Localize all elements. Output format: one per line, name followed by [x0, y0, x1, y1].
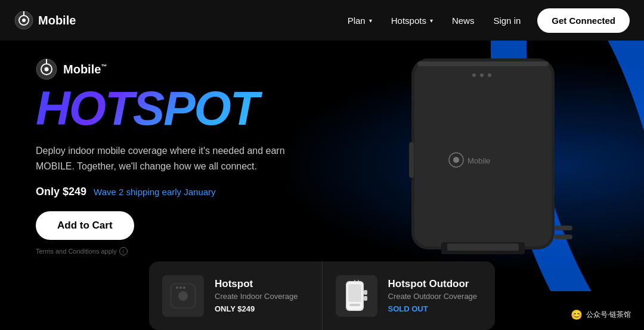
terms-label: Terms and Conditions apply: [36, 248, 117, 255]
hotspot-outdoor-card-info: Hotspot Outdoor Create Outdoor Coverage …: [388, 278, 478, 313]
hero-title: HOTSPOT: [36, 85, 286, 132]
hotspot-outdoor-card-title: Hotspot Outdoor: [388, 278, 478, 290]
nav-logo-text: Mobile: [38, 14, 76, 27]
svg-rect-31: [348, 284, 361, 302]
hotspot-card-image: [162, 275, 204, 317]
svg-point-9: [480, 73, 484, 77]
add-to-cart-button[interactable]: Add to Cart: [36, 211, 134, 240]
nav-hotspots[interactable]: Hotspots ▾: [384, 11, 440, 30]
svg-rect-16: [409, 142, 414, 178]
nav-logo[interactable]: Mobile: [14, 11, 76, 30]
svg-rect-17: [555, 226, 572, 230]
hotspot-outdoor-sold-out: SOLD OUT: [388, 304, 478, 313]
hero-content: Mobile™ HOTSPOT Deploy indoor mobile cov…: [36, 58, 286, 255]
svg-point-12: [453, 157, 459, 163]
nav-plan[interactable]: Plan ▾: [340, 11, 379, 30]
svg-rect-6: [414, 61, 552, 246]
watermark-text: 公众号·链茶馆: [586, 310, 631, 320]
sign-in-link[interactable]: Sign in: [486, 11, 528, 30]
svg-rect-18: [555, 235, 572, 239]
hotspot-card-subtitle: Create Indoor Coverage: [215, 292, 298, 301]
svg-rect-7: [417, 61, 549, 66]
price-row: Only $249 Wave 2 shipping early January: [36, 186, 286, 198]
svg-text:Mobile: Mobile: [467, 156, 490, 165]
hero-section: Mobile Mobile™ HOTSPOT Deploy indoor mob…: [0, 41, 644, 291]
nav-links: Plan ▾ Hotspots ▾ News Sign in Get Conne…: [340, 8, 630, 33]
nav-news[interactable]: News: [445, 11, 482, 30]
hotspot-card[interactable]: Hotspot Create Indoor Coverage ONLY $249: [149, 261, 323, 330]
svg-point-10: [488, 73, 491, 77]
hotspot-card-price: ONLY $249: [215, 304, 298, 313]
hotspots-chevron-icon: ▾: [430, 17, 433, 24]
svg-rect-35: [364, 290, 367, 295]
wave-shipping-link[interactable]: Wave 2 shipping early January: [94, 187, 216, 197]
svg-point-21: [45, 67, 49, 72]
terms-row: Terms and Conditions apply i: [36, 247, 286, 255]
svg-rect-32: [349, 304, 360, 306]
svg-point-25: [178, 291, 188, 301]
hero-description: Deploy indoor mobile coverage where it's…: [36, 143, 286, 174]
svg-point-8: [472, 73, 476, 77]
brand-name: Mobile™: [63, 63, 107, 76]
hotspot-card-info: Hotspot Create Indoor Coverage ONLY $249: [215, 278, 298, 313]
brand-logo-icon: [36, 58, 57, 80]
svg-point-26: [176, 286, 178, 289]
logo-icon: [14, 11, 33, 30]
svg-point-27: [179, 286, 182, 289]
plan-chevron-icon: ▾: [369, 17, 372, 24]
svg-point-2: [22, 18, 26, 22]
navbar: Mobile Plan ▾ Hotspots ▾ News Sign in Ge…: [0, 0, 644, 41]
svg-rect-36: [364, 296, 367, 301]
hotspot-outdoor-card-image: [336, 275, 377, 317]
svg-point-28: [183, 286, 185, 289]
watermark: 😊 公众号·链茶馆: [564, 306, 638, 324]
hotspot-card-title: Hotspot: [215, 278, 298, 290]
svg-rect-15: [447, 243, 519, 251]
brand-row: Mobile™: [36, 58, 286, 80]
get-connected-button[interactable]: Get Connected: [537, 8, 630, 33]
info-icon[interactable]: i: [119, 247, 128, 255]
device-area: Mobile: [298, 41, 644, 291]
hotspot-device-image: Mobile: [298, 41, 644, 291]
hotspot-outdoor-card[interactable]: Hotspot Outdoor Create Outdoor Coverage …: [323, 261, 496, 330]
hotspot-outdoor-card-subtitle: Create Outdoor Coverage: [388, 292, 478, 301]
price-label: Only $249: [36, 186, 86, 198]
watermark-emoji: 😊: [571, 309, 583, 320]
product-cards: Hotspot Create Indoor Coverage ONLY $249…: [0, 261, 644, 330]
